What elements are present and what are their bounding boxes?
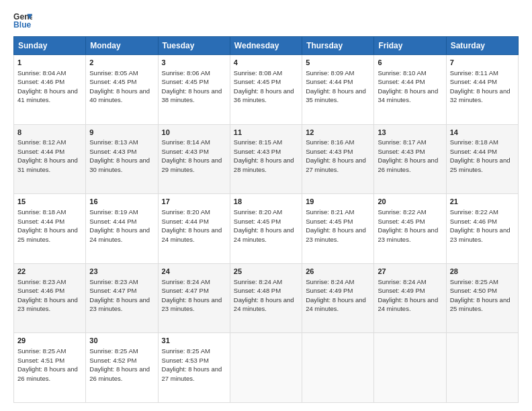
day-cell: 6Sunrise: 8:10 AMSunset: 4:44 PMDaylight…: [374, 55, 446, 125]
day-number: 19: [306, 197, 370, 207]
logo-icon: General Blue: [13, 11, 32, 30]
day-cell: 27Sunrise: 8:24 AMSunset: 4:49 PMDayligh…: [374, 263, 446, 333]
day-number: 22: [17, 267, 82, 277]
day-info: Sunrise: 8:10 AMSunset: 4:44 PMDaylight:…: [378, 69, 438, 104]
day-cell: 9Sunrise: 8:13 AMSunset: 4:43 PMDaylight…: [86, 124, 158, 194]
day-number: 30: [89, 336, 154, 346]
day-cell: [302, 333, 374, 403]
weekday-header-wednesday: Wednesday: [230, 37, 302, 55]
day-number: 8: [17, 128, 82, 138]
day-cell: 15Sunrise: 8:18 AMSunset: 4:44 PMDayligh…: [14, 194, 86, 264]
week-row-2: 8Sunrise: 8:12 AMSunset: 4:44 PMDaylight…: [14, 124, 519, 194]
day-cell: 3Sunrise: 8:06 AMSunset: 4:45 PMDaylight…: [158, 55, 230, 125]
day-cell: [446, 333, 518, 403]
day-cell: 8Sunrise: 8:12 AMSunset: 4:44 PMDaylight…: [14, 124, 86, 194]
weekday-header-monday: Monday: [86, 37, 158, 55]
day-number: 29: [17, 336, 82, 346]
day-info: Sunrise: 8:23 AMSunset: 4:47 PMDaylight:…: [89, 278, 150, 313]
day-number: 12: [306, 128, 370, 138]
week-row-5: 29Sunrise: 8:25 AMSunset: 4:51 PMDayligh…: [14, 333, 519, 403]
day-info: Sunrise: 8:23 AMSunset: 4:46 PMDaylight:…: [17, 278, 78, 313]
day-info: Sunrise: 8:21 AMSunset: 4:45 PMDaylight:…: [306, 208, 366, 243]
day-info: Sunrise: 8:19 AMSunset: 4:44 PMDaylight:…: [89, 208, 150, 243]
header: General Blue: [13, 11, 519, 30]
day-cell: 28Sunrise: 8:25 AMSunset: 4:50 PMDayligh…: [446, 263, 518, 333]
day-cell: 4Sunrise: 8:08 AMSunset: 4:45 PMDaylight…: [230, 55, 302, 125]
day-info: Sunrise: 8:24 AMSunset: 4:47 PMDaylight:…: [162, 278, 222, 313]
day-number: 25: [234, 267, 298, 277]
day-info: Sunrise: 8:20 AMSunset: 4:45 PMDaylight:…: [234, 208, 294, 243]
weekday-header-tuesday: Tuesday: [158, 37, 230, 55]
day-number: 27: [378, 267, 442, 277]
day-info: Sunrise: 8:17 AMSunset: 4:43 PMDaylight:…: [378, 138, 438, 173]
weekday-header-sunday: Sunday: [14, 37, 86, 55]
day-cell: 30Sunrise: 8:25 AMSunset: 4:52 PMDayligh…: [86, 333, 158, 403]
day-number: 7: [450, 58, 515, 68]
logo: General Blue: [13, 11, 32, 30]
day-cell: 14Sunrise: 8:18 AMSunset: 4:44 PMDayligh…: [446, 124, 518, 194]
day-number: 11: [234, 128, 298, 138]
day-number: 3: [162, 58, 226, 68]
day-info: Sunrise: 8:14 AMSunset: 4:43 PMDaylight:…: [162, 138, 222, 173]
day-number: 2: [89, 58, 154, 68]
day-number: 6: [378, 58, 442, 68]
day-info: Sunrise: 8:24 AMSunset: 4:48 PMDaylight:…: [234, 278, 294, 313]
day-cell: 31Sunrise: 8:25 AMSunset: 4:53 PMDayligh…: [158, 333, 230, 403]
day-cell: 7Sunrise: 8:11 AMSunset: 4:44 PMDaylight…: [446, 55, 518, 125]
day-info: Sunrise: 8:04 AMSunset: 4:46 PMDaylight:…: [17, 69, 78, 104]
day-number: 17: [162, 197, 226, 207]
day-info: Sunrise: 8:06 AMSunset: 4:45 PMDaylight:…: [162, 69, 222, 104]
day-cell: 18Sunrise: 8:20 AMSunset: 4:45 PMDayligh…: [230, 194, 302, 264]
day-cell: 26Sunrise: 8:24 AMSunset: 4:49 PMDayligh…: [302, 263, 374, 333]
week-row-4: 22Sunrise: 8:23 AMSunset: 4:46 PMDayligh…: [14, 263, 519, 333]
day-number: 14: [450, 128, 515, 138]
day-number: 9: [89, 128, 154, 138]
day-info: Sunrise: 8:25 AMSunset: 4:52 PMDaylight:…: [89, 347, 150, 382]
day-info: Sunrise: 8:24 AMSunset: 4:49 PMDaylight:…: [306, 278, 366, 313]
day-cell: [374, 333, 446, 403]
day-number: 5: [306, 58, 370, 68]
day-number: 24: [162, 267, 226, 277]
day-info: Sunrise: 8:25 AMSunset: 4:50 PMDaylight:…: [450, 278, 511, 313]
day-info: Sunrise: 8:20 AMSunset: 4:44 PMDaylight:…: [162, 208, 222, 243]
day-cell: 5Sunrise: 8:09 AMSunset: 4:44 PMDaylight…: [302, 55, 374, 125]
weekday-header-saturday: Saturday: [446, 37, 518, 55]
day-number: 28: [450, 267, 515, 277]
day-cell: 19Sunrise: 8:21 AMSunset: 4:45 PMDayligh…: [302, 194, 374, 264]
day-info: Sunrise: 8:22 AMSunset: 4:45 PMDaylight:…: [378, 208, 438, 243]
day-cell: 20Sunrise: 8:22 AMSunset: 4:45 PMDayligh…: [374, 194, 446, 264]
day-cell: 17Sunrise: 8:20 AMSunset: 4:44 PMDayligh…: [158, 194, 230, 264]
day-info: Sunrise: 8:08 AMSunset: 4:45 PMDaylight:…: [234, 69, 294, 104]
weekday-header-friday: Friday: [374, 37, 446, 55]
day-cell: 23Sunrise: 8:23 AMSunset: 4:47 PMDayligh…: [86, 263, 158, 333]
day-info: Sunrise: 8:11 AMSunset: 4:44 PMDaylight:…: [450, 69, 511, 104]
day-number: 1: [17, 58, 82, 68]
day-number: 26: [306, 267, 370, 277]
day-info: Sunrise: 8:25 AMSunset: 4:51 PMDaylight:…: [17, 347, 78, 382]
day-number: 10: [162, 128, 226, 138]
day-info: Sunrise: 8:09 AMSunset: 4:44 PMDaylight:…: [306, 69, 366, 104]
day-info: Sunrise: 8:05 AMSunset: 4:45 PMDaylight:…: [89, 69, 150, 104]
day-number: 20: [378, 197, 442, 207]
week-row-3: 15Sunrise: 8:18 AMSunset: 4:44 PMDayligh…: [14, 194, 519, 264]
day-number: 16: [89, 197, 154, 207]
day-cell: 22Sunrise: 8:23 AMSunset: 4:46 PMDayligh…: [14, 263, 86, 333]
weekday-header-row: SundayMondayTuesdayWednesdayThursdayFrid…: [14, 37, 519, 55]
weekday-header-thursday: Thursday: [302, 37, 374, 55]
day-info: Sunrise: 8:15 AMSunset: 4:43 PMDaylight:…: [234, 138, 294, 173]
day-number: 13: [378, 128, 442, 138]
day-info: Sunrise: 8:25 AMSunset: 4:53 PMDaylight:…: [162, 347, 222, 382]
day-cell: 2Sunrise: 8:05 AMSunset: 4:45 PMDaylight…: [86, 55, 158, 125]
day-number: 4: [234, 58, 298, 68]
day-cell: 12Sunrise: 8:16 AMSunset: 4:43 PMDayligh…: [302, 124, 374, 194]
day-cell: 13Sunrise: 8:17 AMSunset: 4:43 PMDayligh…: [374, 124, 446, 194]
day-number: 23: [89, 267, 154, 277]
day-number: 15: [17, 197, 82, 207]
day-info: Sunrise: 8:22 AMSunset: 4:46 PMDaylight:…: [450, 208, 511, 243]
day-cell: 21Sunrise: 8:22 AMSunset: 4:46 PMDayligh…: [446, 194, 518, 264]
day-info: Sunrise: 8:12 AMSunset: 4:44 PMDaylight:…: [17, 138, 78, 173]
day-info: Sunrise: 8:18 AMSunset: 4:44 PMDaylight:…: [450, 138, 511, 173]
day-cell: 1Sunrise: 8:04 AMSunset: 4:46 PMDaylight…: [14, 55, 86, 125]
svg-text:Blue: Blue: [13, 20, 32, 30]
calendar-page: General Blue SundayMondayTuesdayWednesda…: [0, 0, 532, 411]
